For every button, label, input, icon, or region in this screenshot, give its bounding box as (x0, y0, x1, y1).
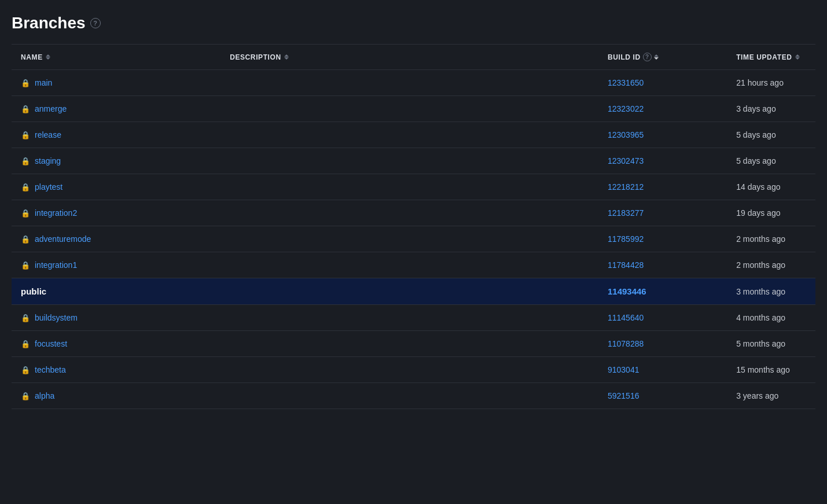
build-id-link[interactable]: 12303965 (608, 130, 644, 139)
cell-description (220, 122, 598, 148)
build-id-link[interactable]: 12183277 (608, 208, 644, 218)
branch-name-link[interactable]: staging (35, 156, 61, 165)
cell-buildid: 12218212 (598, 174, 727, 200)
build-id-link[interactable]: 12331650 (608, 78, 644, 87)
lock-icon: 🔒 (21, 340, 30, 348)
lock-icon: 🔒 (21, 157, 30, 165)
cell-buildid: 12183277 (598, 200, 727, 226)
build-id-link[interactable]: 5921516 (608, 391, 639, 400)
table-row[interactable]: 🔒main1233165021 hours ago (12, 70, 815, 96)
cell-name: 🔒focustest (12, 331, 220, 357)
build-id-link[interactable]: 11145640 (608, 313, 644, 322)
col-header-timeupdated[interactable]: TIME UPDATED (727, 45, 815, 70)
table-row[interactable]: 🔒integration21218327719 days ago (12, 200, 815, 226)
build-id-link[interactable]: 9103041 (608, 365, 639, 374)
cell-timeupdated: 19 days ago (727, 200, 815, 226)
table-row[interactable]: 🔒focustest110782885 months ago (12, 331, 815, 357)
description-sort-icon[interactable] (284, 54, 289, 60)
cell-name: 🔒playtest (12, 174, 220, 200)
build-id-link[interactable]: 11784428 (608, 260, 644, 270)
branch-name-link[interactable]: release (35, 130, 61, 139)
cell-description (220, 70, 598, 96)
cell-timeupdated: 5 months ago (727, 331, 815, 357)
page-help-icon[interactable]: ? (90, 18, 101, 28)
build-id-link[interactable]: 12302473 (608, 156, 644, 165)
table-row[interactable]: 🔒adventuremode117859922 months ago (12, 226, 815, 252)
table-row[interactable]: public114934463 months ago (12, 278, 815, 305)
table-row[interactable]: 🔒playtest1221821214 days ago (12, 174, 815, 200)
cell-buildid: 12323022 (598, 96, 727, 122)
cell-timeupdated: 5 days ago (727, 122, 815, 148)
table-row[interactable]: 🔒release123039655 days ago (12, 122, 815, 148)
cell-timeupdated: 4 months ago (727, 305, 815, 331)
cell-name: 🔒alpha (12, 383, 220, 409)
table-row[interactable]: 🔒integration1117844282 months ago (12, 252, 815, 278)
lock-icon: 🔒 (21, 79, 30, 87)
cell-buildid: 12302473 (598, 148, 727, 174)
page-container: Branches ? NAME DESCRIPTION (0, 0, 827, 423)
time-text: 5 days ago (736, 130, 776, 139)
buildid-help-icon[interactable]: ? (643, 53, 652, 61)
time-text: 19 days ago (736, 208, 780, 218)
build-id-link[interactable]: 11078288 (608, 339, 644, 348)
time-text: 3 days ago (736, 104, 776, 113)
cell-description (220, 174, 598, 200)
branch-name-link[interactable]: integration2 (35, 208, 77, 218)
buildid-sort-icon[interactable] (654, 54, 659, 60)
cell-buildid: 11078288 (598, 331, 727, 357)
cell-buildid: 11785992 (598, 226, 727, 252)
lock-icon: 🔒 (21, 105, 30, 113)
branch-name-link[interactable]: techbeta (35, 365, 66, 374)
table-body: 🔒main1233165021 hours ago🔒anmerge1232302… (12, 70, 815, 409)
timeupdated-sort-icon[interactable] (795, 54, 800, 60)
cell-description (220, 383, 598, 409)
cell-name: 🔒anmerge (12, 96, 220, 122)
time-text: 21 hours ago (736, 78, 784, 87)
time-text: 2 months ago (736, 234, 785, 244)
cell-name: public (12, 278, 220, 305)
branch-name-link[interactable]: integration1 (35, 260, 77, 270)
cell-description (220, 278, 598, 305)
cell-name: 🔒staging (12, 148, 220, 174)
col-header-name[interactable]: NAME (12, 45, 220, 70)
lock-icon: 🔒 (21, 366, 30, 374)
time-text: 2 months ago (736, 260, 785, 270)
branch-name-link[interactable]: focustest (35, 339, 67, 348)
time-text: 4 months ago (736, 313, 785, 322)
name-sort-icon[interactable] (46, 54, 50, 60)
branch-name-link[interactable]: adventuremode (35, 234, 91, 244)
build-id-link[interactable]: 11785992 (608, 234, 644, 244)
time-text: 5 months ago (736, 339, 785, 348)
branch-name-link[interactable]: alpha (35, 391, 54, 400)
branch-name-link[interactable]: anmerge (35, 104, 67, 113)
lock-icon: 🔒 (21, 209, 30, 218)
cell-timeupdated: 5 days ago (727, 148, 815, 174)
col-header-description[interactable]: DESCRIPTION (220, 45, 598, 70)
build-id: 11493446 (608, 286, 646, 296)
cell-timeupdated: 3 days ago (727, 96, 815, 122)
col-header-buildid[interactable]: BUILD ID ? (598, 45, 727, 70)
cell-buildid: 12303965 (598, 122, 727, 148)
branch-name-link[interactable]: playtest (35, 182, 63, 192)
build-id-link[interactable]: 12218212 (608, 182, 644, 192)
table-row[interactable]: 🔒anmerge123230223 days ago (12, 96, 815, 122)
lock-icon: 🔒 (21, 314, 30, 322)
cell-description (220, 305, 598, 331)
branch-name-link[interactable]: buildsystem (35, 313, 78, 322)
branch-name: public (21, 286, 46, 296)
header-row: NAME DESCRIPTION (12, 45, 815, 70)
cell-buildid: 5921516 (598, 383, 727, 409)
branch-name-link[interactable]: main (35, 78, 52, 87)
cell-name: 🔒main (12, 70, 220, 96)
cell-name: 🔒release (12, 122, 220, 148)
cell-buildid: 11784428 (598, 252, 727, 278)
cell-timeupdated: 15 months ago (727, 357, 815, 383)
table-row[interactable]: 🔒buildsystem111456404 months ago (12, 305, 815, 331)
cell-name: 🔒integration1 (12, 252, 220, 278)
table-row[interactable]: 🔒staging123024735 days ago (12, 148, 815, 174)
table-row[interactable]: 🔒alpha59215163 years ago (12, 383, 815, 409)
cell-timeupdated: 2 months ago (727, 252, 815, 278)
build-id-link[interactable]: 12323022 (608, 104, 644, 113)
cell-timeupdated: 2 months ago (727, 226, 815, 252)
table-row[interactable]: 🔒techbeta910304115 months ago (12, 357, 815, 383)
